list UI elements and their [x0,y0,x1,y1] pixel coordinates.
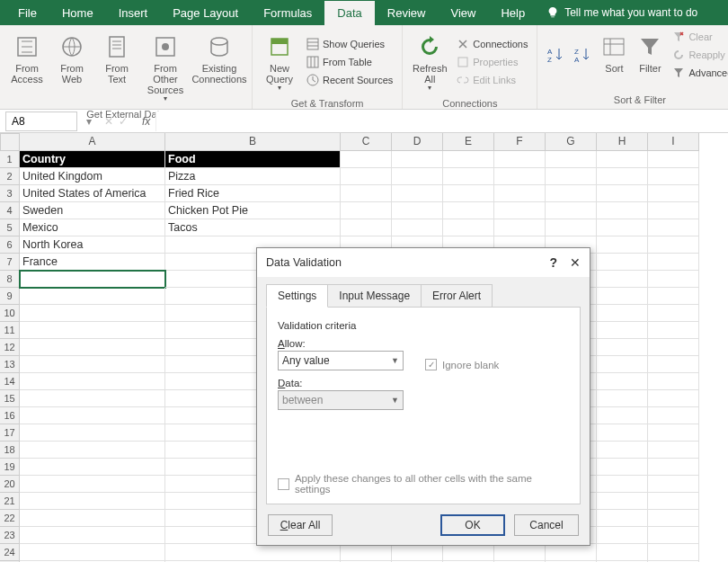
cell-A5[interactable]: Mexico [20,219,165,236]
row-header-2[interactable]: 2 [0,168,20,185]
tab-insert[interactable]: Insert [106,1,161,25]
cell-I7[interactable] [648,254,699,271]
cell-H7[interactable] [597,254,648,271]
cell-C24[interactable] [341,544,392,561]
cell-C1[interactable] [341,151,392,168]
existing-connections-button[interactable]: Existing Connections [192,29,246,107]
cell-F4[interactable] [494,202,546,219]
tell-me-search[interactable]: Tell me what you want to do [546,6,697,19]
cell-D24[interactable] [392,544,443,561]
cell-H18[interactable] [597,442,648,459]
cell-I12[interactable] [648,339,699,356]
ok-button[interactable]: OK [440,514,505,536]
row-header-6[interactable]: 6 [0,236,20,254]
cell-A1[interactable]: Country [20,151,165,168]
cell-F24[interactable] [494,544,546,561]
cell-H13[interactable] [597,356,648,373]
cell-A14[interactable] [20,373,165,390]
row-header-21[interactable]: 21 [0,493,20,510]
row-header-22[interactable]: 22 [0,510,20,527]
cell-E1[interactable] [443,151,494,168]
row-header-16[interactable]: 16 [0,407,20,424]
cell-I1[interactable] [648,151,699,168]
cell-H11[interactable] [597,322,648,339]
reapply-button[interactable]: Reapply [669,47,728,63]
tab-help[interactable]: Help [488,1,537,25]
cell-A8[interactable] [20,271,165,288]
col-header-D[interactable]: D [392,133,443,151]
cell-I15[interactable] [648,390,699,407]
cell-D5[interactable] [392,219,443,236]
cell-I11[interactable] [648,322,699,339]
col-header-G[interactable]: G [546,133,597,151]
cell-A16[interactable] [20,407,165,424]
allow-dropdown[interactable]: Any value▼ [278,351,404,370]
cell-B2[interactable]: Pizza [165,168,341,185]
cell-H24[interactable] [597,544,648,561]
cell-A11[interactable] [20,322,165,339]
cell-I4[interactable] [648,202,699,219]
cell-A15[interactable] [20,390,165,407]
clear-filter-button[interactable]: Clear [669,29,728,45]
sort-asc-button[interactable]: AZ [543,29,568,81]
cell-I13[interactable] [648,356,699,373]
cell-A2[interactable]: United Kingdom [20,168,165,185]
cell-E3[interactable] [443,185,494,202]
cell-A20[interactable] [20,476,165,493]
cell-I3[interactable] [648,185,699,202]
cell-I24[interactable] [648,544,699,561]
tab-home[interactable]: Home [49,1,106,25]
sort-button[interactable]: Sort [597,29,631,81]
cancel-formula-icon[interactable]: ✕ [104,115,113,128]
tab-data[interactable]: Data [324,1,374,25]
cell-I2[interactable] [648,168,699,185]
cell-B1[interactable]: Food [165,151,341,168]
edit-links-button[interactable]: Edit Links [453,72,531,88]
tab-page-layout[interactable]: Page Layout [160,1,251,25]
cell-I19[interactable] [648,459,699,476]
from-web-button[interactable]: From Web [50,29,93,107]
cell-A7[interactable]: France [20,254,165,271]
cell-E2[interactable] [443,168,494,185]
advanced-filter-button[interactable]: Advanced [669,65,728,81]
cell-A24[interactable] [20,544,165,561]
from-access-button[interactable]: From Access [5,29,49,107]
select-all-corner[interactable] [0,133,20,151]
cell-I18[interactable] [648,442,699,459]
cell-H2[interactable] [597,168,648,185]
recent-sources-button[interactable]: Recent Sources [303,72,396,88]
cell-C5[interactable] [341,219,392,236]
cell-A19[interactable] [20,459,165,476]
cell-B24[interactable] [165,544,341,561]
cell-H4[interactable] [597,202,648,219]
refresh-all-button[interactable]: Refresh All▾ [408,29,451,96]
clear-all-button[interactable]: Clear All [268,514,333,536]
cell-D4[interactable] [392,202,443,219]
row-header-20[interactable]: 20 [0,476,20,493]
row-header-15[interactable]: 15 [0,390,20,407]
row-header-9[interactable]: 9 [0,288,20,305]
cell-A10[interactable] [20,305,165,322]
cell-H14[interactable] [597,373,648,390]
cell-G4[interactable] [546,202,597,219]
cell-A3[interactable]: United States of America [20,185,165,202]
row-header-1[interactable]: 1 [0,151,20,168]
cell-I23[interactable] [648,527,699,544]
cell-I14[interactable] [648,373,699,390]
col-header-I[interactable]: I [648,133,699,151]
cell-E5[interactable] [443,219,494,236]
formula-input[interactable] [155,112,728,131]
col-header-A[interactable]: A [20,133,165,151]
cell-I6[interactable] [648,236,699,254]
cell-G3[interactable] [546,185,597,202]
properties-button[interactable]: Properties [453,54,531,70]
cell-F5[interactable] [494,219,546,236]
cell-H23[interactable] [597,527,648,544]
row-header-3[interactable]: 3 [0,185,20,202]
cell-I20[interactable] [648,476,699,493]
cell-E4[interactable] [443,202,494,219]
cell-I10[interactable] [648,305,699,322]
tab-formulas[interactable]: Formulas [251,1,324,25]
cell-H10[interactable] [597,305,648,322]
cell-A23[interactable] [20,527,165,544]
